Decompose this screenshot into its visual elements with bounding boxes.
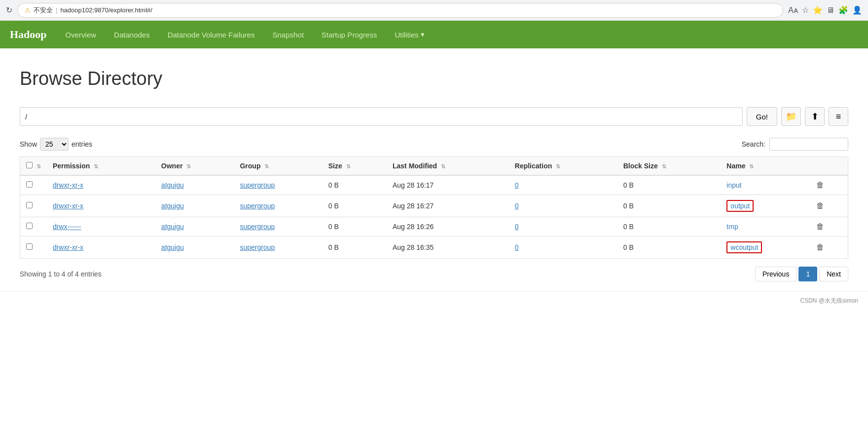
- owner-link-2[interactable]: atguigu: [161, 223, 184, 231]
- bookmark-star-icon[interactable]: ☆: [802, 5, 809, 15]
- list-view-button[interactable]: ≡: [829, 107, 848, 126]
- brand-logo: Hadoop: [10, 28, 47, 41]
- previous-button[interactable]: Previous: [755, 267, 796, 281]
- entries-select[interactable]: 10 25 50 100: [40, 138, 69, 151]
- page-1-button[interactable]: 1: [798, 267, 817, 281]
- size-cell: 0 B: [323, 217, 387, 236]
- owner-cell: atguigu: [155, 236, 234, 259]
- replication-link-0[interactable]: 0: [515, 181, 519, 189]
- block-size-header[interactable]: Block Size ⇅: [617, 157, 721, 176]
- delete-button-0[interactable]: 🗑: [816, 181, 824, 189]
- page-footer: CSDN @水无痕simon: [0, 291, 868, 310]
- nav-item-datanodes[interactable]: Datanodes: [105, 21, 159, 48]
- security-text: 不安全: [34, 6, 53, 15]
- bookmark-icon[interactable]: ⭐: [813, 5, 823, 15]
- group-link-2[interactable]: supergroup: [240, 223, 275, 231]
- nav-link-volume-failures[interactable]: Datanode Volume Failures: [159, 21, 264, 48]
- row-checkbox-3[interactable]: [26, 243, 33, 250]
- replication-cell: 0: [509, 195, 617, 217]
- nav-link-startup-progress[interactable]: Startup Progress: [313, 21, 386, 48]
- profile-icon[interactable]: 👤: [852, 5, 862, 15]
- go-button[interactable]: Go!: [747, 107, 777, 126]
- last-modified-cell: Aug 28 16:17: [387, 175, 509, 195]
- block-size-cell: 0 B: [617, 195, 721, 217]
- owner-header[interactable]: Owner ⇅: [155, 157, 234, 176]
- select-all-checkbox[interactable]: [26, 162, 33, 168]
- group-cell: supergroup: [234, 217, 322, 236]
- table-header-row: ⇅ Permission ⇅ Owner ⇅ Group ⇅ Size ⇅: [20, 157, 848, 176]
- navbar: Hadoop Overview Datanodes Datanode Volum…: [0, 21, 868, 48]
- nav-link-snapshot[interactable]: Snapshot: [263, 21, 312, 48]
- size-cell: 0 B: [323, 195, 387, 217]
- extension-icon[interactable]: 🧩: [838, 5, 848, 15]
- delete-cell: 🗑: [810, 195, 848, 217]
- folder-button[interactable]: 📁: [781, 107, 801, 126]
- name-link-2[interactable]: tmp: [726, 223, 738, 231]
- last-modified-header[interactable]: Last Modified ⇅: [387, 157, 509, 176]
- name-link-3[interactable]: wcoutput: [730, 243, 758, 251]
- permission-link-1[interactable]: drwxr-xr-x: [53, 202, 83, 210]
- nav-item-overview[interactable]: Overview: [57, 21, 106, 48]
- last-modified-cell: Aug 28 16:27: [387, 195, 509, 217]
- nav-item-snapshot[interactable]: Snapshot: [263, 21, 312, 48]
- owner-link-1[interactable]: atguigu: [161, 202, 184, 210]
- group-link-0[interactable]: supergroup: [240, 181, 275, 189]
- replication-link-1[interactable]: 0: [515, 202, 519, 210]
- nav-item-utilities[interactable]: Utilities ▾: [386, 21, 433, 48]
- row-checkbox-0[interactable]: [26, 181, 33, 188]
- browser-chrome: ↻ ⚠ 不安全 | hadoop102:9870/explorer.html#/…: [0, 0, 868, 21]
- group-cell: supergroup: [234, 175, 322, 195]
- name-link-0[interactable]: input: [726, 181, 741, 189]
- size-header[interactable]: Size ⇅: [323, 157, 387, 176]
- translate-icon[interactable]: Aᴀ: [788, 5, 798, 15]
- footer-text: CSDN @水无痕simon: [800, 297, 858, 304]
- replication-header[interactable]: Replication ⇅: [509, 157, 617, 176]
- delete-button-2[interactable]: 🗑: [816, 222, 824, 231]
- pagination: Previous 1 Next: [755, 267, 848, 281]
- permission-header[interactable]: Permission ⇅: [47, 157, 155, 176]
- owner-link-0[interactable]: atguigu: [161, 181, 184, 189]
- replication-link-2[interactable]: 0: [515, 223, 519, 231]
- permission-link-0[interactable]: drwxr-xr-x: [53, 181, 83, 189]
- nav-menu: Overview Datanodes Datanode Volume Failu…: [57, 21, 434, 48]
- group-header[interactable]: Group ⇅: [234, 157, 322, 176]
- delete-button-3[interactable]: 🗑: [816, 243, 824, 251]
- group-link-3[interactable]: supergroup: [240, 243, 275, 251]
- sort-icon-block-size: ⇅: [662, 163, 666, 169]
- actions-header: [810, 157, 848, 176]
- delete-cell: 🗑: [810, 217, 848, 236]
- nav-item-volume-failures[interactable]: Datanode Volume Failures: [159, 21, 264, 48]
- upload-button[interactable]: ⬆: [805, 107, 825, 126]
- main-content: Browse Directory Go! 📁 ⬆ ≡ Show 10 25 50…: [0, 48, 868, 291]
- nav-link-utilities[interactable]: Utilities ▾: [386, 21, 433, 48]
- delete-button-1[interactable]: 🗑: [816, 201, 824, 210]
- screen-icon[interactable]: 🖥: [827, 6, 834, 15]
- table-row: drwx------atguigusupergroup0 BAug 28 16:…: [20, 217, 848, 236]
- name-cell: wcoutput: [721, 236, 810, 259]
- owner-link-3[interactable]: atguigu: [161, 243, 184, 251]
- nav-link-overview[interactable]: Overview: [57, 21, 106, 48]
- sort-icon-name: ⇅: [749, 163, 754, 169]
- block-size-cell: 0 B: [617, 236, 721, 259]
- path-bar: Go! 📁 ⬆ ≡: [20, 107, 848, 126]
- nav-link-datanodes[interactable]: Datanodes: [105, 21, 159, 48]
- search-input[interactable]: [769, 138, 848, 151]
- name-link-1[interactable]: output: [730, 202, 750, 210]
- refresh-button[interactable]: ↻: [6, 5, 12, 15]
- list-icon: ≡: [836, 112, 841, 122]
- replication-link-3[interactable]: 0: [515, 243, 519, 251]
- name-header[interactable]: Name ⇅: [721, 157, 810, 176]
- size-cell: 0 B: [323, 236, 387, 259]
- next-button[interactable]: Next: [819, 267, 848, 281]
- permission-link-3[interactable]: drwxr-xr-x: [53, 243, 83, 251]
- replication-cell: 0: [509, 217, 617, 236]
- path-input[interactable]: [20, 107, 743, 126]
- table-row: drwxr-xr-xatguigusupergroup0 BAug 28 16:…: [20, 236, 848, 259]
- permission-link-2[interactable]: drwx------: [53, 223, 81, 231]
- row-checkbox-1[interactable]: [26, 202, 33, 208]
- security-warning-icon: ⚠: [25, 6, 31, 14]
- group-link-1[interactable]: supergroup: [240, 202, 275, 210]
- row-checkbox-2[interactable]: [26, 223, 33, 229]
- nav-item-startup-progress[interactable]: Startup Progress: [313, 21, 386, 48]
- owner-cell: atguigu: [155, 175, 234, 195]
